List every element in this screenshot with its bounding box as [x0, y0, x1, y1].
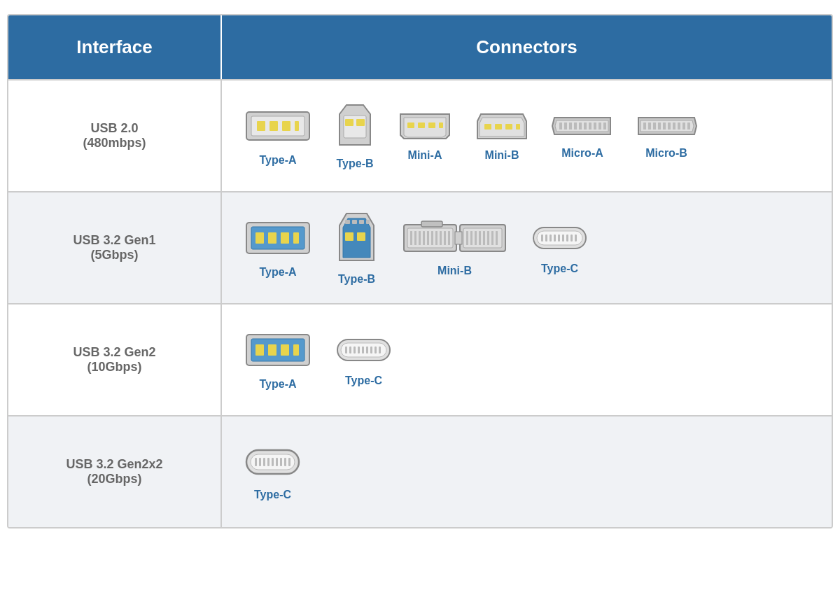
connector-usb20-typeb: Type-B [334, 102, 376, 170]
row-usb20: USB 2.0(480mbps) Type-A [8, 79, 832, 191]
svg-rect-88 [281, 344, 289, 356]
typea-usb32g1-icon [243, 217, 313, 259]
svg-rect-83 [575, 234, 577, 241]
svg-rect-5 [295, 121, 299, 131]
svg-rect-29 [653, 122, 656, 130]
svg-rect-100 [379, 346, 381, 354]
svg-rect-104 [259, 458, 261, 466]
connector-usb32g1-typec: Type-C [530, 220, 589, 275]
typec-usb32g2x2-icon [243, 443, 302, 482]
svg-rect-60 [448, 231, 450, 245]
svg-rect-19 [569, 122, 572, 130]
connector-usb20-typea: Type-A [243, 105, 313, 167]
svg-rect-48 [357, 232, 365, 241]
svg-rect-75 [541, 234, 543, 241]
svg-rect-44 [352, 220, 357, 224]
svg-rect-77 [550, 234, 552, 241]
connector-usb20-microa: Micro-A [551, 112, 614, 160]
svg-rect-25 [598, 122, 601, 130]
typeb-usb32g1-icon [334, 210, 379, 266]
svg-rect-8 [356, 119, 365, 126]
svg-rect-95 [358, 346, 360, 354]
interface-usb32gen2: USB 3.2 Gen2(10Gbps) [8, 304, 222, 415]
svg-rect-58 [440, 231, 442, 245]
svg-rect-99 [374, 346, 377, 354]
connector-usb32g1-typea: Type-A [243, 217, 313, 279]
svg-rect-22 [584, 122, 587, 130]
svg-rect-61 [421, 221, 442, 227]
connector-usb32g2x2-typec: Type-C [243, 443, 302, 501]
svg-rect-47 [345, 232, 354, 241]
svg-rect-108 [276, 458, 278, 466]
svg-rect-28 [648, 122, 651, 130]
svg-rect-43 [345, 220, 350, 224]
svg-rect-107 [272, 458, 274, 466]
connectors-usb32gen2x2: Type-C [222, 416, 832, 527]
svg-rect-69 [487, 231, 489, 245]
typec-usb32g1-icon [530, 220, 589, 255]
svg-rect-72 [455, 232, 462, 244]
svg-rect-31 [663, 122, 666, 130]
svg-rect-92 [345, 346, 347, 354]
svg-rect-67 [479, 231, 481, 245]
connectors-usb32gen1: Type-A Type-B [222, 192, 832, 303]
svg-rect-9 [407, 122, 414, 128]
minia-usb20-icon [397, 111, 453, 142]
connector-usb32g2-typea: Type-A [243, 329, 313, 391]
svg-rect-26 [603, 122, 606, 130]
svg-rect-12 [439, 122, 443, 128]
svg-rect-78 [554, 234, 556, 241]
svg-rect-36 [687, 122, 690, 130]
svg-rect-45 [359, 220, 364, 224]
svg-rect-39 [255, 232, 264, 244]
svg-rect-94 [354, 346, 356, 354]
svg-rect-71 [496, 231, 498, 245]
svg-rect-2 [257, 121, 265, 131]
svg-rect-109 [280, 458, 282, 466]
usb-interface-table: Interface Connectors USB 2.0(480mbps) [7, 14, 833, 528]
connectors-usb20: Type-A Type-B [222, 80, 832, 191]
svg-rect-3 [270, 121, 278, 131]
connector-usb32g1-minib: Mini-B [400, 219, 509, 277]
svg-rect-27 [643, 122, 646, 130]
header-connectors: Connectors [222, 15, 832, 79]
svg-rect-56 [431, 231, 433, 245]
svg-rect-40 [268, 232, 276, 244]
svg-rect-110 [284, 458, 286, 466]
typea-usb20-icon [243, 105, 313, 147]
svg-rect-68 [483, 231, 485, 245]
svg-rect-41 [281, 232, 289, 244]
svg-rect-51 [410, 231, 412, 245]
svg-rect-93 [349, 346, 351, 354]
svg-rect-20 [574, 122, 577, 130]
svg-rect-33 [673, 122, 676, 130]
svg-rect-4 [282, 121, 290, 131]
minib-usb32g1-icon [400, 219, 509, 258]
svg-rect-82 [570, 234, 573, 241]
svg-rect-81 [566, 234, 568, 241]
svg-rect-10 [418, 122, 425, 128]
interface-usb32gen1: USB 3.2 Gen1(5Gbps) [8, 192, 222, 303]
svg-rect-32 [668, 122, 671, 130]
minib-usb20-icon [474, 111, 530, 142]
row-usb32gen1: USB 3.2 Gen1(5Gbps) Type-A [8, 191, 832, 303]
svg-rect-34 [678, 122, 680, 130]
svg-rect-24 [594, 122, 596, 130]
svg-rect-87 [268, 344, 276, 356]
svg-rect-106 [267, 458, 270, 466]
svg-rect-86 [255, 344, 264, 356]
connector-usb32g2-typec: Type-C [334, 332, 393, 387]
svg-rect-42 [293, 232, 299, 244]
svg-rect-111 [288, 458, 290, 466]
typec-usb32g2-icon [334, 332, 393, 368]
svg-rect-6 [344, 115, 366, 138]
svg-rect-105 [263, 458, 265, 466]
svg-rect-59 [444, 231, 446, 245]
svg-rect-64 [466, 231, 468, 245]
typeb-usb20-icon [334, 102, 376, 150]
row-usb32gen2: USB 3.2 Gen2(10Gbps) Type-A [8, 303, 832, 415]
svg-rect-89 [293, 344, 299, 356]
svg-rect-13 [484, 124, 491, 130]
connector-usb20-minia: Mini-A [397, 111, 453, 162]
microa-usb20-icon [551, 112, 614, 140]
